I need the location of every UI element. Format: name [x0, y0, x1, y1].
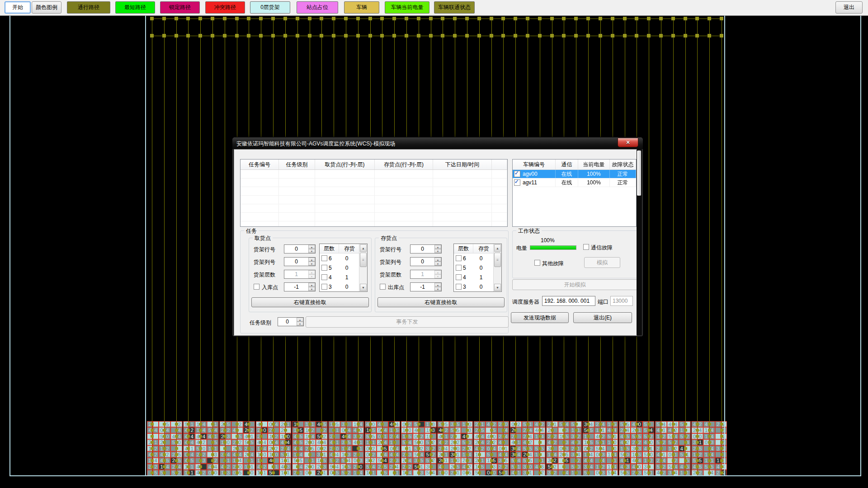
simulate-button: 模拟 [584, 257, 620, 268]
other-fault-checkbox[interactable] [534, 260, 540, 266]
spinner-货架列号-down-icon[interactable]: ▼ [434, 262, 441, 266]
spinner-货架行号[interactable]: 0▲▼ [410, 244, 442, 253]
send-field-data-button[interactable]: 发送现场数据 [511, 312, 569, 323]
table-header[interactable]: 存货点(行-列-层) [375, 160, 433, 169]
list-header[interactable]: 存货 [473, 244, 495, 253]
spinner-入库点-up-icon[interactable]: ▲ [308, 283, 315, 287]
spinner-货架列号-up-icon[interactable]: ▲ [308, 258, 315, 262]
layer-stock-list[interactable]: 层数存货6050413020▲≡▼ [319, 244, 368, 292]
task-table-empty-row [241, 196, 507, 204]
layer-row[interactable]: 20 [454, 291, 501, 292]
spinner-货架行号-up-icon[interactable]: ▲ [308, 245, 315, 249]
list-header[interactable]: 层数 [454, 244, 473, 253]
spinner-货架行号-down-icon[interactable]: ▼ [434, 249, 441, 253]
scroll-up-icon[interactable]: ▲ [494, 244, 501, 252]
table-header[interactable]: 任务级别 [279, 160, 315, 169]
toolbar-button-start[interactable]: 开始 [5, 1, 31, 14]
list-header[interactable]: 层数 [320, 244, 339, 253]
layer-checkbox[interactable] [321, 265, 327, 271]
spinner-货架列号[interactable]: 0▲▼ [410, 257, 442, 266]
stock-count: 0 [472, 284, 490, 290]
layer-checkbox[interactable] [321, 274, 327, 280]
scroll-down-icon[interactable]: ▼ [360, 284, 367, 291]
task-table-cell [241, 204, 279, 212]
layer-checkbox[interactable] [456, 284, 462, 290]
table-header[interactable]: 下达日期/时间 [433, 160, 492, 169]
task-table-cell [433, 213, 492, 221]
list-scrollbar[interactable]: ▲≡▼ [359, 244, 367, 291]
comm-fault-checkbox[interactable] [583, 244, 589, 250]
task-level-spinner-up-icon[interactable]: ▲ [297, 318, 303, 322]
spinner-出库点-down-icon[interactable]: ▼ [434, 287, 441, 291]
toolbar-button-vehicle-battery[interactable]: 车辆当前电量 [385, 1, 429, 14]
right-click-pick-button[interactable]: 右键直接拾取 [377, 297, 505, 307]
vehicle-cell: ✓agv11 [513, 178, 556, 187]
task-table-empty-row [241, 221, 507, 227]
vehicle-checkbox[interactable]: ✓ [514, 171, 520, 177]
layer-checkbox[interactable] [321, 284, 327, 290]
spinner-货架列号-down-icon[interactable]: ▼ [308, 262, 315, 266]
task-table-cell [433, 187, 492, 195]
layer-row[interactable]: 20 [320, 291, 367, 292]
scroll-up-icon[interactable]: ▲ [360, 244, 367, 252]
dialog-scrollbar-thumb[interactable] [637, 150, 641, 196]
layer-stock-list[interactable]: 层数存货6050413020▲≡▼ [453, 244, 502, 292]
toolbar-button-station-occupancy[interactable]: 站点占位 [297, 1, 338, 14]
spinner-入库点[interactable]: -1▲▼ [284, 282, 316, 291]
spinner-货架列号-up-icon[interactable]: ▲ [434, 258, 441, 262]
layer-checkbox[interactable] [456, 255, 462, 261]
scroll-down-icon[interactable]: ▼ [494, 284, 501, 291]
spinner-货架行号-up-icon[interactable]: ▲ [434, 245, 441, 249]
vehicle-row-agv00[interactable]: ✓agv00在线100%正常 [513, 170, 636, 178]
dialog-scrollbar[interactable] [637, 150, 642, 335]
vehicle-table[interactable]: 车辆编号通信当前电量故障状态✓agv00在线100%正常✓agv11在线100%… [512, 159, 637, 227]
table-header[interactable]: 任务编号 [241, 160, 279, 169]
layer-checkbox[interactable] [456, 265, 462, 271]
toolbar-button-exit[interactable]: 退出 [835, 1, 863, 14]
server-ip-input[interactable]: 192. 168. 000. 001 [542, 296, 595, 306]
dialog-exit-button[interactable]: 退出(E) [573, 312, 632, 323]
layer-number: 5 [329, 265, 338, 271]
spinner-货架行号-down-icon[interactable]: ▼ [308, 249, 315, 253]
right-click-pick-button[interactable]: 右键直接拾取 [251, 297, 369, 307]
layer-checkbox[interactable] [321, 255, 327, 261]
warehouse-point-checkbox[interactable] [380, 284, 386, 290]
wcs-dialog: 安徽依诺玛智能科技有限公司-AGVs调度监控系统(WCS)-模拟现场 ✕ 任务编… [232, 137, 643, 337]
spinner-货架行号[interactable]: 0▲▼ [284, 244, 316, 253]
toolbar-button-shortest-path[interactable]: 最短路径 [115, 1, 155, 14]
task-table-cell [279, 221, 315, 227]
vehicle-row-agv11[interactable]: ✓agv11在线100%正常 [513, 178, 636, 187]
toolbar-button-color-legend[interactable]: 颜色图例 [32, 1, 61, 14]
table-header[interactable]: 取货点(行-列-层) [315, 160, 375, 169]
table-header[interactable]: 车辆编号 [513, 160, 556, 169]
list-scrollbar[interactable]: ▲≡▼ [493, 244, 501, 291]
task-level-spinner[interactable]: 0▲▼ [278, 317, 304, 326]
start-simulation-button: 开始模拟 [512, 279, 637, 290]
toolbar-button-vehicles[interactable]: 车辆 [344, 1, 379, 14]
toolbar-button-conflict-path[interactable]: 冲突路径 [205, 1, 245, 14]
table-header[interactable]: 当前电量 [578, 160, 610, 169]
close-icon[interactable]: ✕ [618, 138, 638, 147]
toolbar: 开始颜色图例通行路径最短路径锁定路径冲突路径0层货架站点占位车辆车辆当前电量车辆… [0, 0, 868, 16]
table-header[interactable]: 故障状态 [610, 160, 636, 169]
table-header[interactable] [492, 160, 507, 169]
toolbar-button-pass-path[interactable]: 通行路径 [67, 1, 110, 14]
work-status-label: 工作状态 [516, 227, 542, 235]
spinner-入库点-down-icon[interactable]: ▼ [308, 287, 315, 291]
toolbar-button-locked-path[interactable]: 锁定路径 [160, 1, 200, 14]
task-level-spinner-down-icon[interactable]: ▼ [297, 322, 303, 326]
dialog-title-bar[interactable]: 安徽依诺玛智能科技有限公司-AGVs调度监控系统(WCS)-模拟现场 ✕ [232, 137, 643, 149]
spinner-出库点[interactable]: -1▲▼ [410, 282, 442, 291]
toolbar-button-vehicle-link-status[interactable]: 车辆联通状态 [434, 1, 475, 14]
toolbar-button-layer0-rack[interactable]: 0层货架 [250, 1, 290, 14]
task-table[interactable]: 任务编号任务级别取货点(行-列-层)存货点(行-列-层)下达日期/时间 [240, 159, 508, 227]
vehicle-checkbox[interactable]: ✓ [514, 179, 520, 186]
warehouse-point-checkbox[interactable] [254, 284, 259, 290]
layer-checkbox[interactable] [456, 274, 462, 280]
spinner-出库点-up-icon[interactable]: ▲ [434, 283, 441, 287]
table-header[interactable]: 通信 [556, 160, 578, 169]
scroll-thumb[interactable]: ≡ [494, 253, 501, 267]
scroll-thumb[interactable]: ≡ [360, 253, 367, 267]
spinner-货架列号[interactable]: 0▲▼ [284, 257, 316, 266]
list-header[interactable]: 存货 [339, 244, 360, 253]
